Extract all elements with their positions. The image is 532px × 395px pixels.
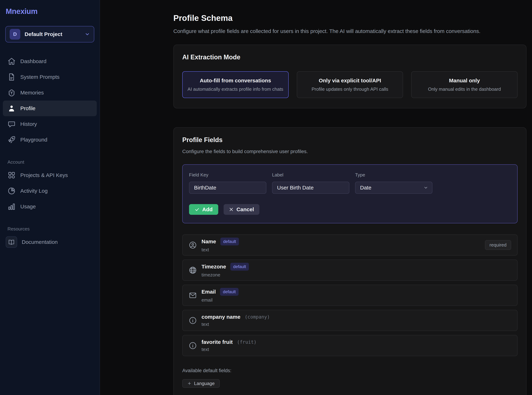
sidebar: Mnexium D Default Project Dashboard Syst… <box>0 0 100 395</box>
field-type: email <box>201 297 239 303</box>
mode-description: Profile updates only through API calls <box>312 87 388 92</box>
field-key: (fruit) <box>237 339 256 345</box>
sidebar-item-label: Usage <box>20 203 36 210</box>
profile-fields-title: Profile Fields <box>182 136 518 144</box>
label-input[interactable] <box>272 182 349 194</box>
bar-chart-icon <box>7 203 16 211</box>
sidebar-item-label: Memories <box>20 90 44 96</box>
field-type: text <box>201 247 239 252</box>
grid-icon <box>7 171 16 179</box>
sidebar-item-profile[interactable]: Profile <box>3 100 97 116</box>
add-button[interactable]: Add <box>189 204 218 215</box>
field-title: favorite fruit <box>201 339 233 345</box>
book-icon <box>6 236 17 248</box>
extraction-mode-options: Auto-fill from conversations AI automati… <box>182 71 518 98</box>
profile-fields-description: Configure the fields to build comprehens… <box>182 149 518 154</box>
field-row-timezone[interactable]: Timezone default timezone <box>182 259 518 281</box>
field-title: Email <box>201 289 216 295</box>
sidebar-item-label: Projects & API Keys <box>20 172 68 178</box>
mode-description: Only manual edits in the dashboard <box>428 87 501 92</box>
info-icon <box>189 316 197 325</box>
mode-option-tool-api[interactable]: Only via explicit tool/API Profile updat… <box>297 71 403 98</box>
field-row-name[interactable]: Name default text required <box>182 234 518 256</box>
info-icon <box>189 341 197 350</box>
sidebar-item-label: Dashboard <box>20 58 47 64</box>
pie-chart-icon <box>7 187 16 195</box>
field-row-company-name[interactable]: company name (company) text <box>182 310 518 331</box>
mail-icon <box>189 291 197 299</box>
field-key-label: Field Key <box>189 172 266 178</box>
field-type: timezone <box>201 272 249 278</box>
required-badge: required <box>485 240 511 250</box>
home-icon <box>7 57 16 66</box>
user-icon <box>7 104 16 112</box>
default-badge: default <box>230 263 249 271</box>
field-key: (company) <box>245 314 270 320</box>
profile-fields-card: Profile Fields Configure the fields to b… <box>173 127 527 395</box>
extraction-mode-card: AI Extraction Mode Auto-fill from conver… <box>173 44 527 108</box>
user-circle-icon <box>189 241 197 249</box>
sidebar-item-label: Activity Log <box>20 188 48 194</box>
page-description: Configure what profile fields are collec… <box>173 28 527 34</box>
field-rows: Name default text required Timezone defa… <box>182 234 518 356</box>
field-type: text <box>201 322 270 327</box>
sidebar-item-label: System Prompts <box>20 74 60 80</box>
sidebar-nav: Dashboard System Prompts Memories Profil… <box>5 54 94 250</box>
mode-description: AI automatically extracts profile info f… <box>188 87 283 92</box>
default-badge: default <box>220 288 239 296</box>
project-selector[interactable]: D Default Project <box>5 26 94 42</box>
type-label: Type <box>355 172 432 178</box>
project-name: Default Project <box>25 31 80 37</box>
brain-icon <box>7 89 16 97</box>
field-title: company name <box>201 314 240 320</box>
sidebar-item-history[interactable]: History <box>3 116 97 132</box>
plus-icon <box>187 381 191 385</box>
chat-bubble-icon <box>7 120 16 128</box>
globe-icon <box>189 266 197 274</box>
rocket-icon <box>7 136 16 144</box>
sidebar-item-playground[interactable]: Playground <box>3 132 97 148</box>
sidebar-item-projects-api-keys[interactable]: Projects & API Keys <box>3 167 97 183</box>
chevron-down-icon <box>85 32 90 37</box>
field-row-favorite-fruit[interactable]: favorite fruit (fruit) text <box>182 335 518 356</box>
close-icon <box>229 207 233 212</box>
add-language-button[interactable]: Language <box>182 379 220 388</box>
sidebar-section-resources: Resources <box>5 226 94 232</box>
type-select-value: Date <box>360 185 371 191</box>
document-icon <box>7 73 16 81</box>
label-label: Label <box>272 172 349 178</box>
page-title: Profile Schema <box>173 13 527 23</box>
extraction-mode-title: AI Extraction Mode <box>182 54 518 61</box>
cancel-button[interactable]: Cancel <box>224 204 259 215</box>
mode-title: Auto-fill from conversations <box>200 77 271 84</box>
field-title: Timezone <box>201 264 226 270</box>
default-badge: default <box>220 238 239 246</box>
chevron-down-icon <box>423 185 428 190</box>
sidebar-item-documentation[interactable]: Documentation <box>3 234 97 250</box>
sidebar-item-label: Documentation <box>22 239 58 245</box>
sidebar-section-account: Account <box>5 159 94 165</box>
sidebar-item-activity-log[interactable]: Activity Log <box>3 183 97 199</box>
sidebar-item-label: Playground <box>20 137 47 143</box>
check-icon <box>195 207 199 212</box>
sidebar-item-memories[interactable]: Memories <box>3 85 97 100</box>
type-select[interactable]: Date <box>355 182 432 194</box>
mode-title: Only via explicit tool/API <box>319 77 381 84</box>
field-type: text <box>201 347 256 352</box>
sidebar-item-system-prompts[interactable]: System Prompts <box>3 69 97 85</box>
mode-option-autofill[interactable]: Auto-fill from conversations AI automati… <box>182 71 289 98</box>
mode-option-manual[interactable]: Manual only Only manual edits in the das… <box>411 71 518 98</box>
sidebar-item-label: Profile <box>20 105 35 111</box>
main-content: Profile Schema Configure what profile fi… <box>100 0 532 395</box>
mode-title: Manual only <box>449 77 480 84</box>
sidebar-item-dashboard[interactable]: Dashboard <box>3 54 97 69</box>
sidebar-item-label: History <box>20 121 37 127</box>
app-root: Mnexium D Default Project Dashboard Syst… <box>0 0 532 395</box>
sidebar-item-usage[interactable]: Usage <box>3 199 97 214</box>
project-avatar: D <box>10 29 20 39</box>
field-key-input[interactable] <box>189 182 266 194</box>
add-field-form: Field Key Label Type Date <box>182 164 518 223</box>
app-logo: Mnexium <box>5 7 94 16</box>
field-row-email[interactable]: Email default email <box>182 285 518 306</box>
field-title: Name <box>201 238 216 245</box>
